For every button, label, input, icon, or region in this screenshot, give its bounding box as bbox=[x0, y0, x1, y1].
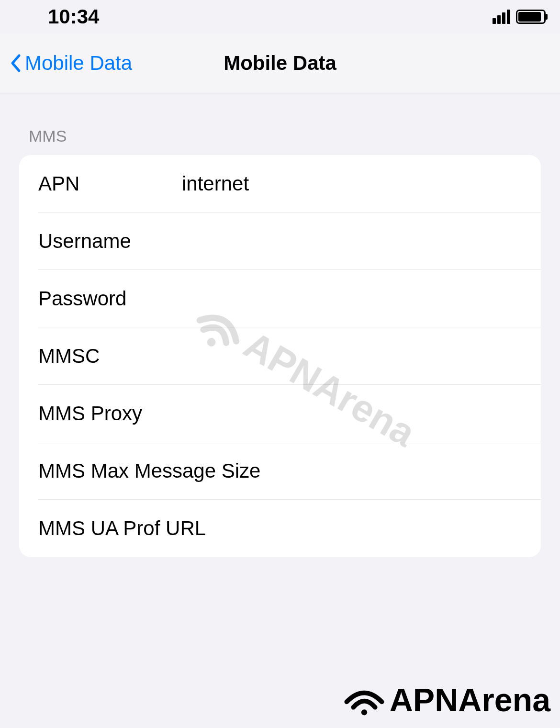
row-apn[interactable]: APN bbox=[19, 155, 541, 213]
settings-group-mms: APN Username Password MMSC MMS Proxy MMS… bbox=[19, 155, 541, 557]
footer-logo-text: APNArena bbox=[390, 681, 550, 718]
wifi-icon bbox=[343, 683, 386, 717]
label-apn: APN bbox=[38, 172, 182, 195]
label-mms-ua-prof: MMS UA Prof URL bbox=[38, 517, 206, 540]
svg-point-1 bbox=[361, 709, 367, 715]
navigation-bar: Mobile Data Mobile Data bbox=[0, 34, 560, 93]
status-bar: 10:34 bbox=[0, 0, 560, 34]
input-mmsc[interactable] bbox=[182, 345, 522, 368]
row-mms-ua-prof[interactable]: MMS UA Prof URL bbox=[19, 500, 541, 557]
input-username[interactable] bbox=[182, 230, 522, 253]
row-mms-max-size[interactable]: MMS Max Message Size bbox=[19, 442, 541, 500]
label-mms-proxy: MMS Proxy bbox=[38, 402, 182, 425]
label-username: Username bbox=[38, 230, 182, 253]
cellular-signal-icon bbox=[493, 10, 510, 24]
label-mms-max-size: MMS Max Message Size bbox=[38, 459, 260, 482]
battery-icon bbox=[516, 10, 546, 24]
content-area: MMS APN Username Password MMSC MMS Proxy bbox=[0, 93, 560, 557]
section-header: MMS bbox=[19, 93, 541, 155]
label-mmsc: MMSC bbox=[38, 345, 182, 368]
status-indicators bbox=[493, 10, 546, 24]
back-label: Mobile Data bbox=[25, 52, 132, 75]
chevron-left-icon bbox=[10, 54, 21, 73]
back-button[interactable]: Mobile Data bbox=[10, 52, 132, 75]
footer-logo: APNArena bbox=[343, 681, 550, 718]
input-apn[interactable] bbox=[182, 172, 522, 195]
row-mmsc[interactable]: MMSC bbox=[19, 327, 541, 385]
label-password: Password bbox=[38, 287, 182, 310]
row-mms-proxy[interactable]: MMS Proxy bbox=[19, 385, 541, 442]
row-username[interactable]: Username bbox=[19, 213, 541, 270]
input-mms-proxy[interactable] bbox=[182, 402, 522, 425]
page-title: Mobile Data bbox=[224, 52, 336, 75]
row-password[interactable]: Password bbox=[19, 270, 541, 327]
input-password[interactable] bbox=[182, 287, 522, 310]
status-time: 10:34 bbox=[48, 5, 99, 28]
